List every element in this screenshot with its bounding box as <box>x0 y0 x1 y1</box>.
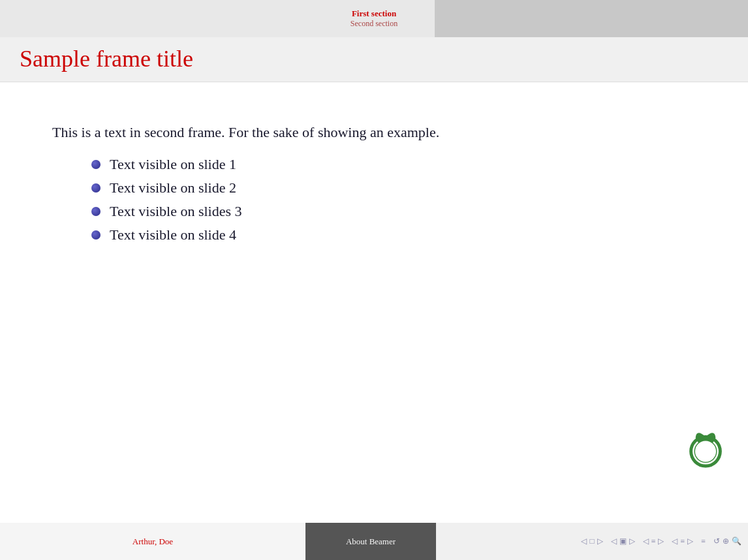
nav-next-icon[interactable]: ▷ <box>597 537 603 546</box>
nav-list-icon[interactable]: ≡ <box>651 537 656 546</box>
top-bar-sections: First section Second section <box>313 0 435 37</box>
slide-container: First section Second section Sample fram… <box>0 0 748 560</box>
nav-next3-icon[interactable]: ▷ <box>687 537 693 546</box>
nav-align-icon[interactable]: ≡ <box>701 537 706 546</box>
list-item: Text visible on slide 2 <box>91 179 696 196</box>
top-bar: First section Second section <box>0 0 748 37</box>
bottom-bar: Arthur, Doe About Beamer ◁ □ ▷ ◁ ▣ ▷ ◁ ≡… <box>0 523 748 560</box>
overleaf-logo <box>683 425 728 471</box>
nav-back-icon[interactable]: ◁ <box>611 537 617 546</box>
list-item: Text visible on slide 1 <box>91 156 696 173</box>
bullet-text-1: Text visible on slide 1 <box>110 156 236 173</box>
bullet-list: Text visible on slide 1 Text visible on … <box>91 156 696 243</box>
nav-refresh-icon[interactable]: ↺ <box>713 537 720 546</box>
nav-prev-icon[interactable]: ◁ <box>581 537 587 546</box>
top-bar-right <box>435 0 748 37</box>
nav-next2-icon[interactable]: ▷ <box>658 537 664 546</box>
frame-title: Sample frame title <box>20 45 728 72</box>
top-bar-left <box>0 0 313 37</box>
bullet-dot-icon <box>91 160 101 169</box>
nav-list2-icon[interactable]: ≡ <box>680 537 685 546</box>
nav-search-icon[interactable]: 🔍 <box>732 537 741 546</box>
bullet-text-4: Text visible on slide 4 <box>110 226 236 243</box>
body-text: This is a text in second frame. For the … <box>52 121 696 143</box>
list-item: Text visible on slide 4 <box>91 226 696 243</box>
nav-section-icon[interactable]: ▣ <box>619 537 627 546</box>
section-second-label: Second section <box>351 19 397 29</box>
bottom-bar-right: ◁ □ ▷ ◁ ▣ ▷ ◁ ≡ ▷ ◁ ≡ ▷ ≡ ↺ ⊕ 🔍 <box>436 523 748 560</box>
bottom-bar-left: Arthur, Doe <box>0 523 305 560</box>
bullet-text-2: Text visible on slide 2 <box>110 179 236 196</box>
bullet-dot-icon <box>91 183 101 193</box>
bullet-dot-icon <box>91 207 101 216</box>
bottom-title-label: About Beamer <box>346 537 396 547</box>
section-first-label: First section <box>352 8 396 19</box>
main-content: This is a text in second frame. For the … <box>0 82 748 523</box>
frame-title-bar: Sample frame title <box>0 37 748 82</box>
nav-frame-icon[interactable]: □ <box>589 537 594 546</box>
nav-prev3-icon[interactable]: ◁ <box>672 537 678 546</box>
bullet-dot-icon <box>91 230 101 240</box>
list-item: Text visible on slides 3 <box>91 203 696 220</box>
bullet-text-3: Text visible on slides 3 <box>110 203 242 220</box>
bottom-author-label: Arthur, Doe <box>132 537 173 547</box>
nav-prev2-icon[interactable]: ◁ <box>643 537 649 546</box>
nav-forward-icon[interactable]: ▷ <box>629 537 635 546</box>
bottom-bar-center: About Beamer <box>305 523 436 560</box>
nav-zoom-icon[interactable]: ⊕ <box>723 537 729 546</box>
